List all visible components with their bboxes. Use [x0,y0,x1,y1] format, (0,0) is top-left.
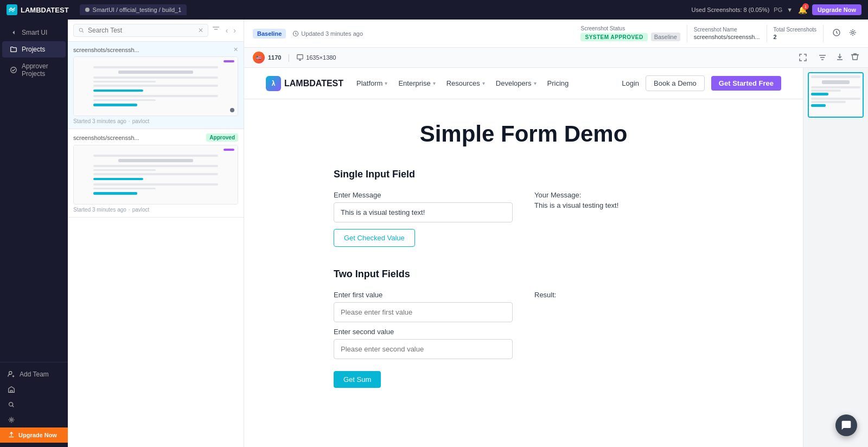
sidebar-upgrade-button[interactable]: Upgrade Now [0,427,68,443]
svg-point-2 [9,372,12,374]
topbar-logo: LAMBDATEST [7,4,69,15]
clock-action-btn[interactable] [830,26,843,41]
nav-link-developers[interactable]: Developers ▾ [496,79,537,87]
nav-link-pricing[interactable]: Pricing [547,79,569,87]
upgrade-now-button[interactable]: Upgrade Now [812,4,861,15]
enter-message-input[interactable] [334,202,513,222]
screenshots-panel: ✕ ‹ › screenshots/screenssh... ✕ [68,20,244,447]
site-nav-links: Platform ▾ Enterprise ▾ Resources ▾ [356,79,609,87]
get-sum-button[interactable]: Get Sum [334,371,381,388]
search-icon [8,401,15,408]
site-nav-right: Login Book a Demo Get Started Free [622,75,781,91]
screenshots-header: ✕ ‹ › [68,20,244,42]
two-inputs-col: Enter first value Enter second value [334,291,513,388]
filter-icon[interactable] [212,25,220,36]
get-checked-value-button[interactable]: Get Checked Value [334,229,415,247]
right-panel-thumbnail[interactable] [808,72,864,118]
fullscreen-icon [799,53,807,62]
form-right: Your Message: This is a visual testing t… [534,191,713,209]
topbar-tab[interactable]: SmartUI / official_testing / build_1 [80,4,187,15]
result-label: Result: [534,291,713,299]
svg-point-6 [79,28,82,31]
website-frame: λ LAMBDATEST Platform ▾ Enterprise ▾ [244,68,803,447]
site-demo-button[interactable]: Book a Demo [646,75,705,91]
settings-action-btn[interactable] [846,26,859,41]
screenshot-meta: Started 3 minutes ago · pavloct [73,207,238,213]
first-value-label: Enter first value [334,291,513,299]
user-initials-text: PG [774,7,782,13]
status-approved-badge: SYSTEM APPROVED [580,33,647,41]
sidebar-nav: Smart UI Projects Approver Projects [0,20,68,362]
svg-point-9 [852,31,854,34]
single-section-title: Single Input Field [334,169,713,180]
two-inputs-title: Two Input Fields [334,269,713,280]
chevron-down-icon: ▾ [534,80,537,86]
svg-rect-3 [10,391,12,393]
upgrade-icon [8,431,15,439]
viewer-header-right: Screenshot Status SYSTEM APPROVED Baseli… [580,25,859,42]
viewer-header: Baseline Updated 3 minutes ago Screensho… [244,20,868,48]
site-navbar: λ LAMBDATEST Platform ▾ Enterprise ▾ [244,68,803,99]
search-box[interactable]: ✕ [73,24,208,37]
notif-badge: 1 [802,3,809,10]
single-input-section: Single Input Field Enter Message Get Che… [334,169,713,247]
two-inputs-left: Enter first value Enter second value [334,291,513,388]
next-arrow[interactable]: › [231,25,238,36]
add-team-icon [8,371,15,378]
nav-arrows: ‹ › [224,25,238,36]
trash-btn[interactable] [851,53,859,63]
download-btn[interactable] [835,53,844,63]
main-layout: Smart UI Projects Approver Projects [0,20,868,447]
nav-link-resources[interactable]: Resources ▾ [446,79,485,87]
sidebar-settings[interactable] [0,412,68,427]
sidebar-search[interactable] [0,397,68,412]
chat-icon [841,420,852,431]
site-content: Simple Form Demo Single Input Field Ente… [244,99,803,431]
search-input[interactable] [88,27,195,34]
monitor-icon [296,54,304,61]
site-login-button[interactable]: Login [622,79,639,87]
gear-icon [848,28,857,37]
screenshot-item[interactable]: screenshots/screenssh... ✕ [68,42,244,129]
settings-toolbar-btn[interactable] [816,51,829,64]
check-circle-icon [10,66,17,74]
two-inputs-row: Enter first value Enter second value [334,291,713,388]
topbar-right: Used Screenshots: 8 (0.05%) PG ▼ 🔔 1 Upg… [692,4,861,15]
your-message-value: This is a visual testing text! [534,201,713,209]
download-icon [835,53,844,61]
close-icon[interactable]: ✕ [233,46,238,53]
approved-badge: Approved [206,133,238,142]
sidebar-home[interactable] [0,382,68,397]
right-panel [803,68,868,447]
svg-point-5 [10,419,12,421]
page-title: Simple Form Demo [266,121,781,147]
second-value-input[interactable] [334,339,513,359]
first-value-input[interactable] [334,302,513,322]
chat-bubble-button[interactable] [835,414,857,436]
sidebar-add-team[interactable]: Add Team [0,367,68,382]
fullscreen-btn[interactable] [796,51,809,64]
trash-icon [851,53,859,61]
search-input-icon [78,27,85,34]
notification-bell[interactable]: 🔔 1 [797,4,808,15]
site-logo: λ LAMBDATEST [266,76,343,91]
baseline-badge: Baseline [253,29,286,39]
flag-text: 🇺🇸 [256,55,261,60]
sidebar-item-approver[interactable]: Approver Projects [2,58,66,82]
screenshot-item[interactable]: screenshots/screenssh... Approved [68,129,244,218]
your-message-label: Your Message: [534,191,713,199]
viewer-header-left: Baseline Updated 3 minutes ago [253,29,572,39]
resolution-size: 1635×1380 [306,54,336,61]
sidebar-item-projects[interactable]: Projects [2,41,66,58]
used-screenshots: Used Screenshots: 8 (0.05%) [692,7,770,13]
updated-info: Updated 3 minutes ago [292,30,363,37]
nav-link-enterprise[interactable]: Enterprise ▾ [398,79,435,87]
site-get-started-button[interactable]: Get Started Free [711,76,781,91]
total-section: Total Screenshots 2 [774,27,817,40]
prev-arrow[interactable]: ‹ [224,25,231,36]
search-clear-button[interactable]: ✕ [198,27,203,34]
screenshot-view: λ LAMBDATEST Platform ▾ Enterprise ▾ [244,68,803,447]
nav-link-platform[interactable]: Platform ▾ [356,79,387,87]
svg-rect-10 [297,55,303,59]
sidebar-item-smart-ui[interactable]: Smart UI [2,24,66,41]
